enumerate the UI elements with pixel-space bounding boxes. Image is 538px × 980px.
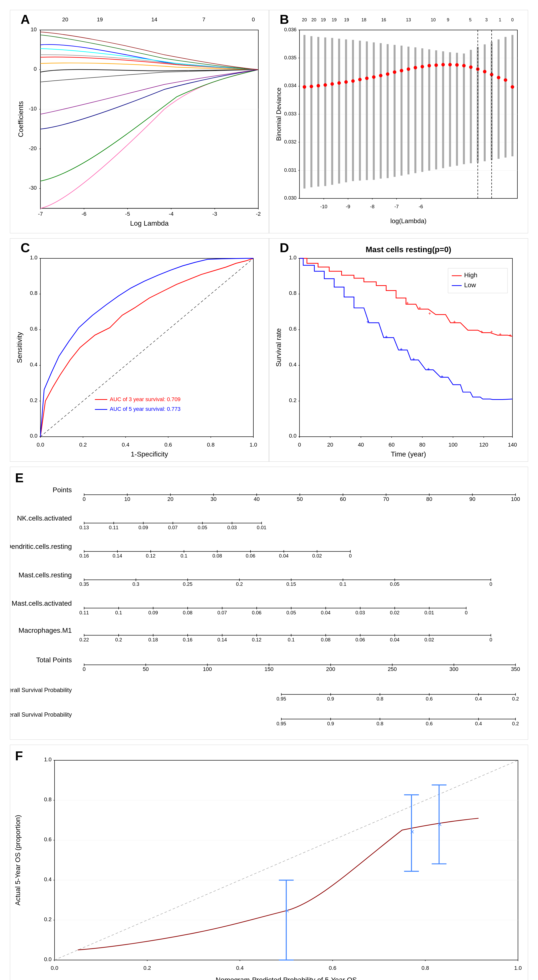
- svg-text:0.2: 0.2: [44, 916, 52, 923]
- svg-text:0.1: 0.1: [288, 637, 295, 643]
- panel-d: D Mast cells resting(p=0) Survival rate …: [269, 238, 528, 462]
- svg-point-141: [511, 85, 514, 89]
- svg-text:0.6: 0.6: [44, 836, 52, 843]
- svg-text:0.12: 0.12: [252, 637, 262, 643]
- svg-text:1.0: 1.0: [289, 255, 297, 261]
- panel-f: F Actual 5-Year OS (proportion) 0.0 0.2 …: [10, 745, 528, 980]
- svg-text:-7: -7: [394, 204, 399, 209]
- svg-text:0: 0: [489, 637, 492, 643]
- svg-point-127: [414, 66, 417, 70]
- svg-text:0.2: 0.2: [512, 696, 519, 702]
- svg-text:20: 20: [327, 442, 333, 448]
- svg-text:0.35: 0.35: [79, 581, 89, 587]
- svg-text:0.8: 0.8: [422, 965, 429, 971]
- svg-point-124: [393, 70, 396, 74]
- svg-text:0.04: 0.04: [279, 553, 289, 558]
- svg-text:0.035: 0.035: [284, 55, 297, 60]
- svg-text:0.4: 0.4: [30, 361, 38, 368]
- svg-text:300: 300: [449, 666, 458, 672]
- svg-text:+: +: [499, 332, 502, 337]
- svg-rect-222: [448, 268, 508, 293]
- svg-text:150: 150: [265, 666, 273, 672]
- svg-text:0.034: 0.034: [284, 83, 297, 88]
- svg-text:1.0: 1.0: [44, 756, 52, 762]
- svg-text:0.14: 0.14: [217, 637, 227, 643]
- svg-text:0: 0: [298, 442, 301, 448]
- svg-text:19: 19: [321, 18, 326, 22]
- svg-text:0.02: 0.02: [390, 610, 400, 616]
- svg-text:0.8: 0.8: [376, 696, 383, 702]
- svg-text:3-Year Overall Survival Probab: 3-Year Overall Survival Probability: [10, 687, 72, 693]
- svg-text:+: +: [453, 319, 456, 325]
- main-container: A 20 19 14 7 0: [0, 0, 538, 980]
- svg-text:0.6: 0.6: [30, 326, 38, 332]
- svg-text:0.08: 0.08: [213, 553, 222, 558]
- svg-text:Mast cells resting(p=0): Mast cells resting(p=0): [365, 245, 451, 254]
- svg-text:18: 18: [361, 18, 366, 22]
- svg-point-125: [400, 69, 403, 72]
- svg-text:0.05: 0.05: [198, 525, 207, 530]
- svg-text:0.06: 0.06: [355, 637, 365, 643]
- row-ab: A 20 19 14 7 0: [10, 10, 528, 233]
- svg-text:Log Lambda: Log Lambda: [130, 220, 169, 227]
- svg-text:90: 90: [469, 496, 475, 502]
- svg-text:NK.cells.activated: NK.cells.activated: [17, 514, 72, 522]
- svg-point-133: [455, 63, 459, 67]
- svg-text:70: 70: [383, 496, 389, 502]
- panel-e: E Points 0 10 20 30 40: [10, 467, 528, 740]
- svg-text:0.13: 0.13: [79, 525, 89, 530]
- svg-text:140: 140: [508, 442, 517, 448]
- svg-text:50: 50: [143, 666, 149, 672]
- svg-text:Binomial Deviance: Binomial Deviance: [275, 88, 282, 141]
- svg-point-122: [379, 74, 382, 77]
- svg-text:0.01: 0.01: [424, 610, 434, 616]
- panel-b: B 20 20 19 19 19 18 16 13 10 9 5 3 1 0: [269, 10, 528, 233]
- panel-f-label: F: [15, 749, 23, 763]
- svg-text:60: 60: [340, 496, 346, 502]
- svg-text:+: +: [509, 332, 512, 338]
- svg-point-129: [428, 64, 431, 67]
- svg-text:0.0: 0.0: [44, 956, 52, 963]
- svg-text:0.16: 0.16: [79, 553, 89, 558]
- svg-text:0.0: 0.0: [51, 965, 58, 971]
- svg-text:350: 350: [511, 666, 520, 672]
- svg-text:0.04: 0.04: [390, 637, 400, 643]
- svg-point-135: [469, 65, 473, 69]
- svg-text:0.1: 0.1: [180, 553, 187, 558]
- svg-text:14: 14: [151, 16, 157, 22]
- svg-text:Mast.cells.activated: Mast.cells.activated: [12, 600, 72, 607]
- svg-text:Coefficients: Coefficients: [17, 101, 25, 137]
- svg-text:-4: -4: [169, 211, 174, 217]
- svg-text:0.16: 0.16: [183, 637, 192, 643]
- svg-text:20: 20: [302, 18, 307, 22]
- svg-text:0.4: 0.4: [44, 876, 52, 883]
- svg-text:0.1: 0.1: [340, 581, 346, 587]
- panel-b-label: B: [280, 12, 289, 27]
- svg-text:80: 80: [419, 442, 425, 448]
- svg-text:0.033: 0.033: [284, 111, 297, 116]
- svg-rect-5: [40, 30, 258, 208]
- svg-text:0.8: 0.8: [376, 721, 383, 726]
- svg-point-130: [435, 64, 438, 67]
- svg-text:0.4: 0.4: [236, 965, 244, 971]
- svg-text:-6: -6: [419, 204, 423, 209]
- svg-text:0.9: 0.9: [327, 721, 334, 726]
- svg-text:-8: -8: [370, 204, 375, 209]
- svg-text:0.032: 0.032: [284, 139, 297, 145]
- svg-text:0.1: 0.1: [115, 610, 122, 616]
- svg-point-116: [338, 81, 341, 84]
- svg-text:5: 5: [469, 18, 471, 22]
- svg-text:0.22: 0.22: [79, 637, 89, 643]
- svg-text:0: 0: [83, 496, 86, 502]
- svg-point-132: [448, 63, 452, 67]
- svg-text:30: 30: [210, 496, 216, 502]
- panel-d-label: D: [280, 240, 289, 255]
- svg-text:0.95: 0.95: [276, 721, 286, 726]
- svg-text:0.6: 0.6: [164, 442, 172, 448]
- svg-text:100: 100: [511, 496, 520, 502]
- svg-text:0.14: 0.14: [113, 553, 122, 558]
- svg-text:Nomogram-Predicted Probability: Nomogram-Predicted Probability of 5-Year…: [216, 976, 357, 980]
- svg-text:Low: Low: [464, 282, 476, 288]
- svg-text:0: 0: [349, 553, 352, 558]
- svg-text:-5: -5: [125, 211, 130, 217]
